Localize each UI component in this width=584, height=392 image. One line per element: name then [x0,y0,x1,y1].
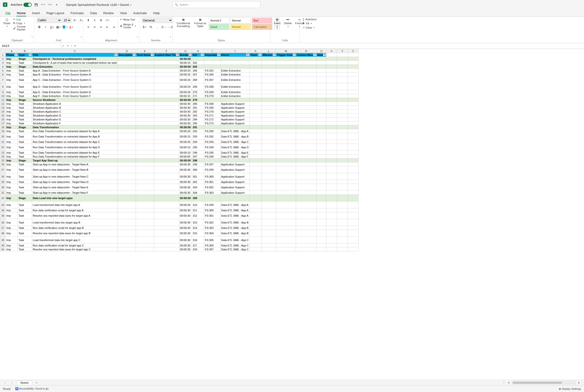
cell[interactable] [337,248,348,251]
cell[interactable] [262,83,276,90]
align-right-icon[interactable]: ≡ [98,24,104,30]
cell[interactable] [276,106,296,110]
cell[interactable] [296,106,316,110]
fill-button[interactable]: ⬇Fill▾ [302,22,313,25]
cell[interactable] [249,191,262,195]
cell[interactable] [249,166,262,173]
cell[interactable]: Task [18,208,32,212]
cell[interactable] [249,102,262,106]
cell[interactable] [262,122,276,125]
cell[interactable] [316,212,326,219]
row-header-3[interactable]: 3 [0,61,6,65]
scroll-left-icon[interactable]: ◂ [506,380,511,385]
cell[interactable] [326,195,337,202]
cell[interactable] [316,83,326,90]
cell[interactable]: 00:00:00 [179,65,192,69]
cell[interactable] [136,90,154,94]
row-header-8[interactable]: 8 [0,83,6,90]
filter-dropdown-icon[interactable]: ▾ [323,53,326,56]
sheet-tab-sheet1[interactable]: Sheet1 [17,380,32,385]
cell[interactable] [348,191,358,195]
filter-dropdown-icon[interactable]: ▾ [217,53,220,56]
cell[interactable] [326,219,337,226]
cell[interactable] [118,102,136,106]
cell[interactable] [316,144,326,151]
cell[interactable]: 00:00:00 [179,98,192,102]
cell[interactable] [316,98,326,102]
cell[interactable] [136,98,154,102]
cell[interactable]: Imp [6,94,18,98]
row-header-16[interactable]: 16 [0,118,6,122]
cell[interactable] [296,125,316,129]
row-header-20[interactable]: 20 [0,133,6,140]
cell[interactable] [136,226,154,230]
namebox-dropdown-icon[interactable]: ▾ [62,45,65,47]
cell[interactable]: FS:303 [204,191,220,195]
cell[interactable]: Data ETL SME - App B [220,219,249,226]
cell[interactable]: Load transformed data into target app A [32,202,118,208]
cell[interactable] [154,122,179,125]
cell[interactable] [316,72,326,76]
dialog-launcher-icon[interactable]: ↘ [31,36,33,38]
cell[interactable]: Imp [6,184,18,191]
cell[interactable] [249,90,262,94]
cell[interactable] [348,110,358,114]
cell[interactable] [154,248,179,251]
style-good[interactable]: Good [209,24,229,30]
cell[interactable] [337,191,348,195]
filter-header[interactable]: Tech Detail▾ [136,53,154,57]
cell[interactable] [118,166,136,173]
cell[interactable] [316,158,326,162]
cell[interactable]: Data ETL SME - App A [220,212,249,219]
cell[interactable]: 267 [192,72,204,76]
cell[interactable] [154,114,179,118]
cell[interactable]: Task [18,90,32,94]
cell[interactable] [118,122,136,125]
cell[interactable] [154,76,179,83]
cell[interactable] [118,230,136,237]
row-header-31[interactable]: 31 [0,191,6,195]
cell[interactable] [249,248,262,251]
display-settings-button[interactable]: 🖥 Display Settings [558,387,581,390]
cell[interactable]: Imp [6,72,18,76]
fx-icon[interactable]: fx [74,44,76,48]
col-header-H[interactable]: H [192,49,204,53]
filter-header[interactable]: Explicit Start Time▾ [154,53,179,57]
cell[interactable]: Imp [6,191,18,195]
cell[interactable]: 00:00:30 [179,244,192,248]
cell[interactable]: 00:00:30 [179,226,192,230]
cell[interactable] [262,154,276,158]
cell[interactable]: Resolve any reported data isses for targ… [32,230,118,237]
cell[interactable]: FS:301 [204,180,220,184]
cell[interactable]: Run data verification script for target … [32,244,118,248]
cell[interactable] [326,244,337,248]
col-header-J[interactable]: J [220,49,249,53]
col-header-I[interactable]: I [204,49,220,53]
cell[interactable] [262,195,276,202]
cell[interactable]: App C - Data Extraction - From Source Sy… [32,76,118,83]
cell[interactable] [316,61,326,65]
cell[interactable]: FS:307 [204,248,220,251]
cell[interactable]: Imp [6,125,18,129]
cell[interactable] [276,244,296,248]
filter-header[interactable]: Title▾ [32,53,118,57]
cell[interactable] [262,106,276,110]
cell[interactable]: 309 [192,195,204,202]
cell[interactable]: 00:00:30 [179,202,192,208]
cell[interactable] [276,184,296,191]
cell[interactable] [249,129,262,133]
filter-dropdown-icon[interactable]: ▾ [188,53,191,56]
cell[interactable] [276,129,296,133]
col-header-G[interactable]: G [179,49,192,53]
cell[interactable]: Data ETL SME - App C [220,237,249,244]
col-header-X[interactable]: X [326,49,337,53]
cell[interactable] [326,90,337,94]
prev-sheet-icon[interactable]: ‹ [3,380,7,385]
cell[interactable] [118,244,136,248]
cell[interactable] [316,140,326,144]
cut-button[interactable]: ✂Cut [13,18,32,21]
cell[interactable] [348,244,358,248]
cell[interactable] [276,202,296,208]
cell[interactable] [154,154,179,158]
cell[interactable]: Task [18,226,32,230]
